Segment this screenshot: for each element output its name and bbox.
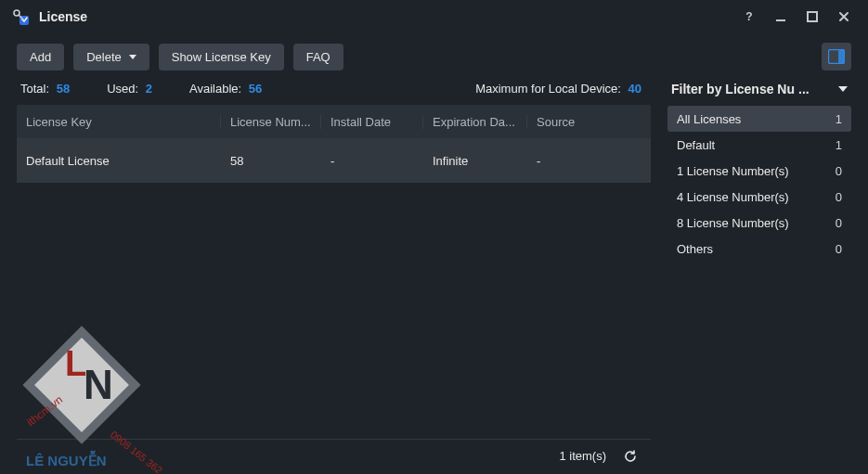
show-license-key-button[interactable]: Show License Key (159, 44, 284, 70)
license-table: License Key License Num... Install Date … (17, 105, 651, 472)
filter-item-count: 1 (836, 112, 842, 126)
titlebar: License ? (0, 0, 868, 33)
filter-item-count: 0 (836, 190, 842, 204)
cell-install-date: - (321, 154, 423, 168)
chevron-down-icon (838, 86, 848, 92)
faq-button[interactable]: FAQ (293, 44, 343, 70)
filter-list: All Licenses1Default11 License Number(s)… (667, 106, 851, 262)
table-header: License Key License Num... Install Date … (17, 105, 651, 138)
close-button[interactable] (831, 4, 857, 30)
cell-license-key: Default License (17, 154, 221, 168)
maximize-button[interactable] (799, 4, 825, 30)
help-button[interactable]: ? (736, 4, 762, 30)
delete-button[interactable]: Delete (73, 44, 149, 70)
col-license-number[interactable]: License Num... (221, 115, 321, 129)
cell-source: - (527, 154, 651, 168)
toggle-side-panel-button[interactable] (822, 43, 851, 70)
table-body: Default License 58 - Infinite - (17, 138, 651, 439)
minimize-button[interactable] (768, 4, 794, 30)
app-key-icon (11, 7, 30, 26)
col-source[interactable]: Source (527, 115, 651, 129)
svg-text:?: ? (745, 10, 752, 23)
stat-max: Maximum for Local Device: 40 (475, 82, 651, 96)
svg-rect-6 (838, 50, 844, 63)
filter-item-label: 1 License Number(s) (677, 164, 789, 178)
filter-item-label: All Licenses (677, 112, 741, 126)
filter-item[interactable]: 8 License Number(s)0 (667, 210, 851, 236)
svg-rect-3 (776, 19, 785, 21)
add-button[interactable]: Add (17, 44, 64, 70)
col-install-date[interactable]: Install Date (321, 115, 423, 129)
stats-row: Total: 58 Used: 2 Available: 56 Maximum … (17, 82, 651, 105)
filter-item[interactable]: Default1 (667, 132, 851, 158)
filter-item-label: Others (677, 242, 713, 256)
filter-item[interactable]: All Licenses1 (667, 106, 851, 132)
filter-item-count: 1 (836, 138, 842, 152)
filter-header-ellipsis: ... (798, 82, 810, 96)
stat-available: Available: 56 (189, 82, 262, 96)
filter-header[interactable]: Filter by License Nu ... (667, 82, 851, 106)
col-license-key[interactable]: License Key (17, 115, 221, 129)
filter-item-count: 0 (836, 216, 842, 230)
filter-item-count: 0 (836, 164, 842, 178)
filter-item[interactable]: 1 License Number(s)0 (667, 158, 851, 184)
window-title: License (39, 9, 87, 24)
table-row[interactable]: Default License 58 - Infinite - (17, 138, 651, 183)
svg-rect-4 (808, 12, 817, 21)
filter-item-label: 8 License Number(s) (677, 216, 789, 230)
cell-license-number: 58 (221, 154, 321, 168)
item-count: 1 item(s) (559, 449, 606, 463)
stat-used: Used: 2 (107, 82, 152, 96)
col-expiration-date[interactable]: Expiration Da... (423, 115, 527, 129)
cell-expiration-date: Infinite (423, 154, 527, 168)
refresh-button[interactable] (619, 445, 641, 468)
filter-item-label: 4 License Number(s) (677, 190, 789, 204)
toolbar: Add Delete Show License Key FAQ (0, 33, 868, 82)
chevron-down-icon (129, 55, 136, 59)
filter-item[interactable]: 4 License Number(s)0 (667, 184, 851, 210)
table-footer: 1 item(s) (17, 439, 651, 472)
delete-button-label: Delete (86, 50, 122, 64)
filter-item-label: Default (677, 138, 715, 152)
filter-header-label: Filter by License Nu (671, 82, 795, 96)
stat-total: Total: 58 (20, 82, 70, 96)
filter-item-count: 0 (836, 242, 842, 256)
filter-item[interactable]: Others0 (667, 236, 851, 262)
